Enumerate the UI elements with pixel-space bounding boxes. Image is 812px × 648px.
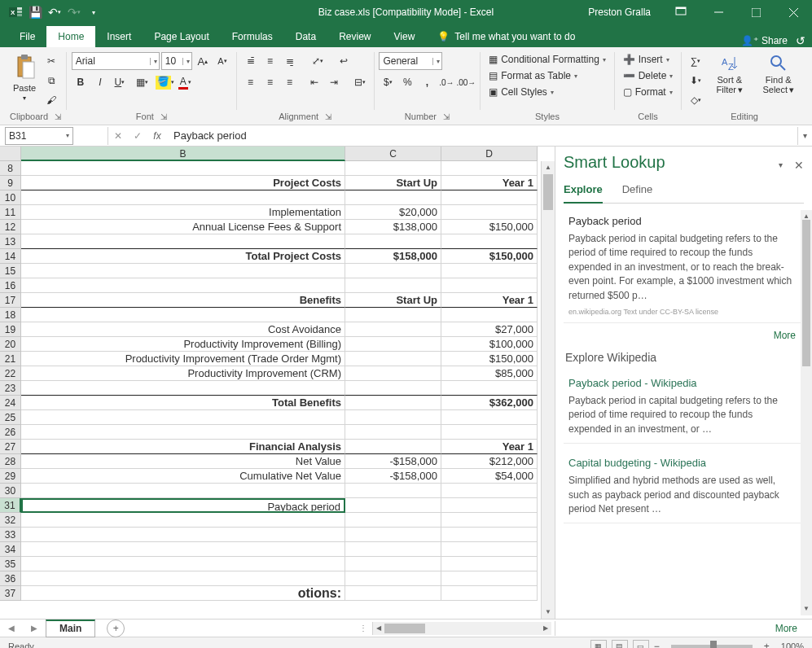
qat-customize-icon[interactable]: ▾	[86, 5, 101, 20]
insert-cells-button[interactable]: ➕Insert▾	[620, 52, 673, 67]
cell-D8[interactable]	[441, 161, 538, 176]
align-top-icon[interactable]: ≡̄	[242, 52, 260, 70]
zoom-in-button[interactable]: +	[764, 641, 770, 649]
align-middle-icon[interactable]: ≡	[261, 52, 279, 70]
user-name[interactable]: Preston Gralla	[588, 7, 651, 18]
cell-B8[interactable]	[21, 161, 345, 176]
formula-input[interactable]	[167, 127, 797, 145]
cell-D23[interactable]	[441, 381, 538, 396]
row-header-34[interactable]: 34	[0, 542, 21, 557]
cell-B18[interactable]	[21, 308, 345, 322]
cell-C31[interactable]	[345, 498, 441, 513]
cell-D36[interactable]	[441, 571, 538, 586]
borders-button[interactable]: ▦ ▾	[134, 73, 151, 91]
underline-button[interactable]: U ▾	[111, 73, 129, 91]
row-header-8[interactable]: 8	[0, 161, 21, 176]
format-painter-icon[interactable]: 🖌	[42, 91, 60, 109]
cell-B29[interactable]: Cumulative Net Value	[21, 469, 345, 484]
cell-B19[interactable]: Cost Avoidance	[21, 322, 345, 337]
view-page-break-icon[interactable]: ▭	[633, 640, 649, 649]
hscroll-left-icon[interactable]: ◀	[373, 622, 384, 635]
scroll-thumb[interactable]	[543, 174, 553, 210]
align-bottom-icon[interactable]: ≡̱	[281, 52, 299, 70]
cell-C34[interactable]	[345, 542, 441, 557]
cell-C9[interactable]: Start Up	[345, 176, 441, 190]
cell-C37[interactable]	[345, 586, 441, 601]
cell-C36[interactable]	[345, 571, 441, 586]
tab-home[interactable]: Home	[46, 26, 95, 47]
decrease-font-icon[interactable]: A▾	[213, 52, 231, 70]
pane-tab-explore[interactable]: Explore	[564, 178, 603, 204]
view-normal-icon[interactable]: ▦	[590, 640, 607, 649]
cell-B20[interactable]: Productivity Improvement (Billing)	[21, 337, 345, 352]
percent-button[interactable]: %	[398, 73, 416, 91]
pane-scroll-thumb[interactable]	[802, 220, 810, 366]
fill-color-button[interactable]: 🪣▾	[156, 73, 174, 91]
tab-insert[interactable]: Insert	[95, 26, 143, 47]
vertical-scrollbar[interactable]: ▲ ▼	[541, 161, 555, 619]
cell-B23[interactable]	[21, 381, 345, 396]
cell-C21[interactable]	[345, 352, 441, 366]
cell-C16[interactable]	[345, 278, 441, 293]
cell-B15[interactable]	[21, 264, 345, 278]
row-header-35[interactable]: 35	[0, 557, 21, 571]
accounting-button[interactable]: $ ▾	[379, 73, 397, 91]
history-icon[interactable]: ↺	[796, 34, 805, 47]
cell-C10[interactable]	[345, 190, 441, 205]
cell-C29[interactable]: -$158,000	[345, 469, 441, 484]
align-center-icon[interactable]: ≡	[261, 73, 279, 91]
cell-C14[interactable]: $158,000	[345, 249, 441, 264]
zoom-out-button[interactable]: −	[654, 641, 660, 649]
zoom-slider[interactable]	[671, 645, 753, 648]
cell-D34[interactable]	[441, 542, 538, 557]
cell-B26[interactable]	[21, 425, 345, 440]
cell-B21[interactable]: Productivity Improvement (Trade Order Mg…	[21, 352, 345, 366]
cell-C8[interactable]	[345, 161, 441, 176]
cell-B33[interactable]	[21, 528, 345, 542]
pane-options-icon[interactable]: ▾	[770, 160, 791, 169]
paste-button[interactable]: Paste ▾	[10, 52, 39, 103]
cell-C20[interactable]	[345, 337, 441, 352]
cancel-formula-icon[interactable]: ✕	[108, 127, 128, 145]
cell-B31[interactable]: Payback period	[21, 498, 345, 513]
sort-filter-button[interactable]: AZ Sort & Filter▾	[708, 52, 751, 96]
pane-vertical-scrollbar[interactable]: ▲ ▼	[801, 210, 812, 615]
find-select-button[interactable]: Find & Select▾	[755, 52, 802, 96]
increase-font-icon[interactable]: A▴	[194, 52, 212, 70]
cell-C32[interactable]	[345, 513, 441, 528]
cell-D20[interactable]: $100,000	[441, 337, 538, 352]
cell-C30[interactable]	[345, 484, 441, 498]
alignment-launcher[interactable]: ⇲	[325, 112, 331, 121]
cell-D35[interactable]	[441, 557, 538, 571]
increase-decimal-icon[interactable]: .0→	[437, 73, 455, 91]
formula-expand-icon[interactable]: ▾	[797, 127, 812, 145]
cell-B14[interactable]: Total Project Costs	[21, 249, 345, 264]
cell-D29[interactable]: $54,000	[441, 469, 538, 484]
wrap-text-icon[interactable]: ↩	[335, 52, 353, 70]
align-left-icon[interactable]: ≡	[242, 73, 260, 91]
comma-button[interactable]: ,	[418, 73, 436, 91]
row-header-11[interactable]: 11	[0, 205, 21, 220]
cell-D26[interactable]	[441, 425, 538, 440]
redo-icon[interactable]: ↷▾	[67, 5, 81, 20]
enter-formula-icon[interactable]: ✓	[128, 127, 147, 145]
smart-lookup-more-bottom[interactable]: More	[555, 621, 812, 636]
cell-B17[interactable]: Benefits	[21, 293, 345, 308]
row-header-9[interactable]: 9	[0, 176, 21, 190]
cell-B12[interactable]: Annual License Fees & Support	[21, 220, 345, 234]
tab-page-layout[interactable]: Page Layout	[143, 26, 220, 47]
undo-icon[interactable]: ↶▾	[47, 5, 62, 20]
cell-C27[interactable]	[345, 440, 441, 454]
tab-file[interactable]: File	[8, 26, 46, 47]
row-header-27[interactable]: 27	[0, 440, 21, 454]
tab-split-handle[interactable]: ⋮	[354, 624, 372, 633]
column-header-C[interactable]: C	[345, 147, 441, 161]
lookup-more-link[interactable]: More	[564, 328, 801, 343]
hscroll-thumb[interactable]	[384, 624, 425, 633]
cell-D37[interactable]	[441, 586, 538, 601]
row-header-22[interactable]: 22	[0, 366, 21, 381]
increase-indent-icon[interactable]: ⇥	[325, 73, 343, 91]
delete-cells-button[interactable]: ➖Delete▾	[620, 68, 677, 83]
cell-C26[interactable]	[345, 425, 441, 440]
copy-icon[interactable]: ⧉	[42, 72, 60, 90]
